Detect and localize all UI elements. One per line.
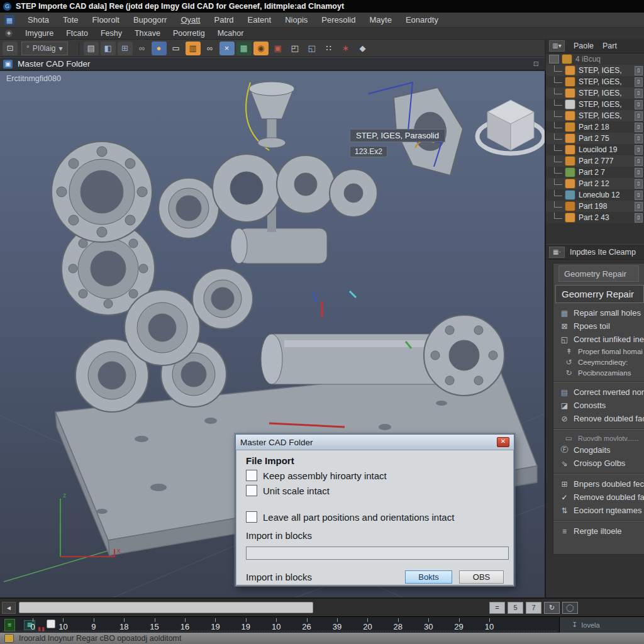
geometry-repair-tab[interactable]: Geometry Repair bbox=[558, 265, 639, 282]
menu-item[interactable]: Floorolt bbox=[86, 14, 126, 26]
repair-tool-item[interactable]: ✓Remove doubled face bbox=[553, 491, 644, 504]
tree-view-icon[interactable]: ▥▾ bbox=[549, 40, 565, 52]
item-status-icon[interactable]: ▯ bbox=[635, 77, 643, 87]
tools-icon[interactable]: × bbox=[219, 42, 235, 55]
menu-item[interactable]: Shota bbox=[21, 14, 56, 26]
checkbox[interactable] bbox=[246, 511, 257, 523]
menu-item[interactable]: Thxave bbox=[128, 28, 167, 38]
item-status-icon[interactable]: ▯ bbox=[635, 66, 643, 75]
tree-item[interactable]: Part 198▯ bbox=[546, 201, 644, 212]
repair-tool-item[interactable]: ◱Correct iunfiked ineg bbox=[553, 333, 644, 346]
repair-tool-item[interactable]: ⇅Eocioort ngteames bbox=[553, 504, 644, 517]
tree-item[interactable]: Loneclub 12▯ bbox=[546, 189, 644, 201]
dialog-titlebar[interactable]: Master CAD Folder ✕ bbox=[236, 435, 514, 450]
tree-item[interactable]: Part 2 43▯ bbox=[546, 212, 644, 223]
tree-item[interactable]: Part 2 12▯ bbox=[546, 178, 644, 189]
export-doc-icon[interactable]: ▥ bbox=[186, 42, 201, 55]
menu-item[interactable]: Ftcato bbox=[60, 28, 94, 38]
flower-icon[interactable]: ∗ bbox=[338, 42, 353, 55]
panel-corner-icon[interactable]: ⊡ bbox=[533, 60, 539, 68]
tree-item[interactable]: Part 2 18▯ bbox=[546, 121, 644, 133]
tab-part[interactable]: Part bbox=[602, 42, 617, 50]
menu-item[interactable]: Mcahor bbox=[211, 28, 250, 38]
tab-paole[interactable]: Paole bbox=[574, 42, 594, 50]
panel-blue-icon[interactable]: ◱ bbox=[304, 42, 319, 55]
scroll-left-arrow[interactable]: ◄ bbox=[2, 602, 16, 614]
tree-item[interactable]: Loucilod 19▯ bbox=[546, 144, 644, 155]
dialog-checkbox-row[interactable]: Keep assembly hiroarty intact bbox=[246, 470, 504, 481]
import-blocks-input[interactable] bbox=[246, 547, 509, 560]
repair-tool-item[interactable]: ⇘Croisop Golbs bbox=[553, 457, 644, 470]
menu-item[interactable]: Poorretig bbox=[167, 28, 211, 38]
menu-item[interactable]: Feshy bbox=[94, 28, 128, 38]
geometry-repair-selected-header[interactable]: Geomerry Repair bbox=[555, 285, 644, 303]
repair-tool-item[interactable]: ⊠Rpoes toil bbox=[553, 319, 644, 333]
item-status-icon[interactable]: ▯ bbox=[635, 179, 643, 189]
menu-item[interactable]: Bupogorr bbox=[126, 14, 174, 26]
menu-item[interactable]: Oyatt bbox=[174, 14, 207, 26]
repair-tool-item[interactable]: ↺Ceeymcndieqy: bbox=[553, 357, 644, 367]
dialog-checkbox-row[interactable]: Leave all part positions and orientation… bbox=[246, 511, 504, 523]
view-control-button[interactable]: 7 bbox=[526, 602, 541, 614]
layer-combo[interactable]: ° PI0laig ▾ bbox=[21, 42, 68, 55]
dialog-checkbox-row[interactable]: Unit scale intact bbox=[246, 485, 504, 496]
view-control-button[interactable]: = bbox=[489, 602, 505, 614]
nodes-icon[interactable]: ⊞ bbox=[118, 42, 133, 55]
checkbox[interactable] bbox=[246, 470, 257, 481]
obs-button[interactable]: OBS bbox=[459, 570, 504, 584]
menu-item[interactable]: Eatent bbox=[241, 14, 279, 26]
screen-icon[interactable]: ◧ bbox=[101, 42, 116, 55]
repair-tool-item[interactable]: ⒻCnogdaits bbox=[553, 443, 644, 457]
import-file-icon[interactable]: ▤ bbox=[84, 42, 99, 55]
green-table-icon[interactable]: ▦ bbox=[236, 42, 252, 55]
repair-tool-item[interactable]: ▤Correct nverted norm bbox=[553, 386, 644, 399]
glasses-icon[interactable]: ∞ bbox=[203, 42, 218, 55]
view-control-button[interactable]: ◯ bbox=[562, 602, 578, 614]
checkbox[interactable] bbox=[246, 485, 257, 496]
bokts-button[interactable]: Bokts bbox=[405, 570, 452, 584]
repair-tool-item[interactable]: ▭Ruovdh movlotv...... bbox=[553, 433, 644, 443]
repair-tool-item[interactable]: ⊞Bnpers doubled fecc bbox=[553, 477, 644, 491]
menu-item[interactable]: Tote bbox=[56, 14, 86, 26]
link-icon[interactable]: ∞ bbox=[135, 42, 150, 55]
cleanup-panel-icon[interactable]: ▦· bbox=[549, 247, 565, 258]
item-status-icon[interactable]: ▯ bbox=[635, 202, 643, 211]
item-status-icon[interactable]: ▯ bbox=[635, 134, 643, 143]
item-status-icon[interactable]: ▯ bbox=[635, 89, 643, 98]
tree-root-item[interactable]: 4 iBcuq bbox=[546, 53, 644, 65]
menu-item[interactable]: Niopis bbox=[278, 14, 314, 26]
repair-tool-item[interactable]: ▦Repair small holes bbox=[553, 306, 644, 319]
tree-item[interactable]: STEP, IGES,▯ bbox=[546, 76, 644, 87]
menu-item[interactable]: Imygure bbox=[19, 28, 60, 38]
repair-tool-item[interactable]: ≡Rergte iltoele bbox=[553, 525, 644, 538]
item-status-icon[interactable]: ▯ bbox=[635, 111, 643, 121]
menu-item[interactable]: Peresolid bbox=[314, 14, 362, 26]
repair-tool-item[interactable]: ↟Proper fiomal homai bbox=[553, 346, 644, 357]
view-control-button[interactable]: 5 bbox=[508, 602, 523, 614]
repair-tool-item[interactable]: ↻Pocibnozamians bbox=[553, 367, 644, 378]
menu-item[interactable]: Patrd bbox=[207, 14, 240, 26]
tree-item[interactable]: Part 2 7▯ bbox=[546, 167, 644, 178]
item-status-icon[interactable]: ▯ bbox=[635, 145, 643, 155]
tree-item[interactable]: STEP, IGES,▯ bbox=[546, 99, 644, 110]
material-sphere-icon[interactable]: ● bbox=[152, 42, 167, 55]
menu-item[interactable]: Mayte bbox=[362, 14, 398, 26]
play-marker-icon[interactable]: ≡ bbox=[4, 619, 15, 631]
tree-item[interactable]: STEP, IGES,▯ bbox=[546, 87, 644, 99]
item-status-icon[interactable]: ▯ bbox=[635, 100, 643, 109]
repair-tool-item[interactable]: ⊘Renove doubled face bbox=[553, 412, 644, 425]
tree-item[interactable]: STEP, IGES,▯ bbox=[546, 65, 644, 76]
item-status-icon[interactable]: ▯ bbox=[635, 157, 643, 166]
tree-item[interactable]: Part 2 75▯ bbox=[546, 133, 644, 144]
frame-icon[interactable]: ▭ bbox=[169, 42, 184, 55]
tree-item[interactable]: Part 2 777▯ bbox=[546, 155, 644, 167]
view-control-button[interactable]: ↻ bbox=[544, 602, 560, 614]
red-doc-icon[interactable]: ▣ bbox=[270, 42, 286, 55]
stamp-icon[interactable]: ◆ bbox=[355, 42, 370, 55]
item-status-icon[interactable]: ▯ bbox=[635, 191, 643, 200]
target-icon[interactable]: ◉ bbox=[253, 42, 269, 55]
item-status-icon[interactable]: ▯ bbox=[635, 123, 643, 132]
menu-item[interactable]: Eonardty bbox=[399, 14, 445, 26]
item-status-icon[interactable]: ▯ bbox=[635, 213, 643, 223]
dots-icon[interactable]: ∷ bbox=[321, 42, 336, 55]
